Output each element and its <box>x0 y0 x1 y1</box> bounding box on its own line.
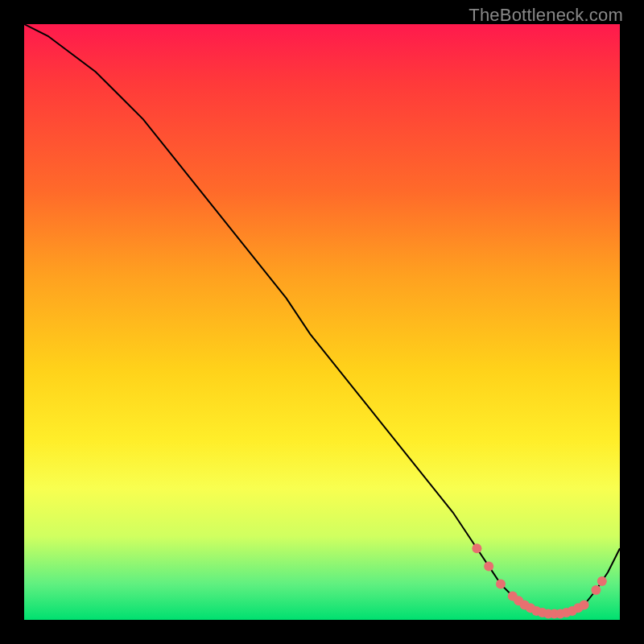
chart-frame: TheBottleneck.com <box>0 0 644 644</box>
trough-marker <box>496 580 506 589</box>
plot-area <box>24 24 620 620</box>
bottleneck-curve <box>24 24 620 614</box>
trough-marker <box>591 585 601 595</box>
trough-marker <box>484 561 493 571</box>
trough-marker <box>580 601 589 610</box>
watermark-text: TheBottleneck.com <box>469 5 623 26</box>
trough-markers <box>472 543 606 618</box>
trough-marker <box>472 543 481 553</box>
plot-svg <box>24 24 620 620</box>
trough-marker <box>597 576 607 586</box>
